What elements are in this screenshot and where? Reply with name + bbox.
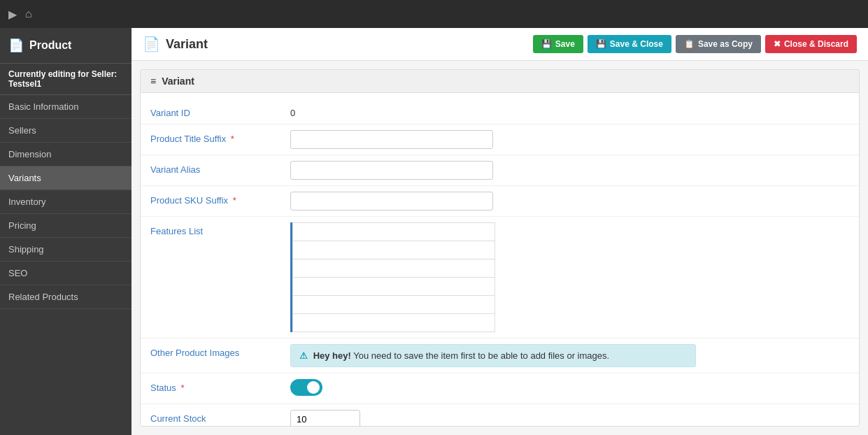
- page-title: Variant: [166, 37, 208, 52]
- variant-alias-input-container: [290, 161, 849, 180]
- features-list-input-6[interactable]: [292, 314, 495, 332]
- alert-bold-text: Hey hey!: [313, 350, 351, 361]
- sidebar-item-inventory[interactable]: Inventory: [0, 190, 131, 214]
- alert-box: ⚠ Hey hey! You need to save the item fir…: [290, 344, 696, 367]
- copy-icon: 📋: [684, 39, 695, 49]
- close-icon: ✖: [774, 39, 781, 49]
- features-list-input-4[interactable]: [292, 278, 495, 296]
- status-label: Status *: [150, 379, 290, 393]
- features-list-input-1[interactable]: [292, 222, 495, 241]
- sidebar-item-pricing[interactable]: Pricing: [0, 214, 131, 238]
- current-stock-input[interactable]: [290, 410, 360, 427]
- save-button[interactable]: 💾 Save: [533, 35, 583, 53]
- variant-id-row: Variant ID 0: [141, 99, 859, 124]
- sidebar-product-label: Product: [29, 39, 71, 52]
- save-close-icon: 💾: [596, 39, 606, 49]
- sidebar-item-basic-information[interactable]: Basic Information: [0, 95, 131, 119]
- alert-text: You need to save the item first to be ab…: [353, 350, 609, 361]
- sidebar-seller-info: Currently editing for Seller: Testsel1: [0, 64, 131, 95]
- features-list-row: Features List: [141, 217, 859, 338]
- status-toggle-container: [290, 379, 849, 398]
- required-indicator: *: [231, 134, 234, 144]
- save-close-button[interactable]: 💾 Save & Close: [588, 35, 671, 53]
- sidebar-item-dimension[interactable]: Dimension: [0, 143, 131, 166]
- product-sku-suffix-row: Product SKU Suffix *: [141, 186, 859, 217]
- close-discard-button[interactable]: ✖ Close & Discard: [765, 35, 857, 53]
- main-layout: 📄 Product Currently editing for Seller: …: [0, 28, 868, 435]
- variant-id-display: 0: [290, 104, 849, 118]
- toggle-slider: [290, 379, 322, 396]
- current-stock-input-container: [290, 410, 849, 427]
- sidebar-title: 📄 Product: [0, 28, 131, 64]
- variant-page-icon: 📄: [143, 36, 160, 52]
- features-list-inputs: [290, 222, 849, 332]
- product-sku-suffix-input-container: [290, 192, 849, 211]
- sidebar-item-seo[interactable]: SEO: [0, 262, 131, 285]
- status-row: Status *: [141, 373, 859, 404]
- sidebar-item-shipping[interactable]: Shipping: [0, 238, 131, 262]
- variant-alias-input[interactable]: [290, 161, 493, 180]
- other-product-images-label: Other Product Images: [150, 344, 290, 358]
- home-icon[interactable]: ⌂: [25, 8, 32, 20]
- product-title-suffix-label: Product Title Suffix *: [150, 130, 290, 144]
- sidebar-item-sellers[interactable]: Sellers: [0, 119, 131, 143]
- other-product-images-content: ⚠ Hey hey! You need to save the item fir…: [290, 344, 849, 367]
- top-bar: ▶ ⌂: [0, 0, 868, 28]
- features-list-input-3[interactable]: [292, 259, 495, 278]
- product-title-suffix-input-container: [290, 130, 849, 149]
- variant-id-label: Variant ID: [150, 104, 290, 118]
- section-title: Variant: [162, 76, 194, 87]
- features-list-input-2[interactable]: [292, 241, 495, 259]
- form-body: Variant ID 0 Product Title Suffix *: [141, 93, 859, 427]
- variant-id-value: 0: [290, 104, 849, 118]
- variant-alias-label: Variant Alias: [150, 161, 290, 175]
- alert-icon: ⚠: [299, 350, 308, 361]
- product-icon: 📄: [8, 38, 24, 53]
- save-copy-button[interactable]: 📋 Save as Copy: [676, 35, 761, 53]
- header-buttons: 💾 Save 💾 Save & Close 📋 Save as Copy ✖ C…: [533, 35, 857, 53]
- sidebar: 📄 Product Currently editing for Seller: …: [0, 28, 131, 435]
- current-stock-label: Current Stock: [150, 410, 290, 424]
- back-icon[interactable]: ▶: [8, 8, 17, 21]
- status-toggle[interactable]: [290, 379, 322, 396]
- content-area: 📄 Variant 💾 Save 💾 Save & Close 📋 Save a…: [131, 28, 868, 435]
- required-indicator-status: *: [180, 383, 184, 393]
- product-sku-suffix-input[interactable]: [290, 192, 493, 211]
- content-header: 📄 Variant 💾 Save 💾 Save & Close 📋 Save a…: [131, 28, 868, 61]
- other-product-images-row: Other Product Images ⚠ Hey hey! You need…: [141, 338, 859, 373]
- features-list-container: [290, 222, 849, 332]
- seller-name: Testsel1: [8, 79, 41, 89]
- sidebar-nav: Basic Information Sellers Dimension Vari…: [0, 95, 131, 309]
- sidebar-item-variants[interactable]: Variants: [0, 166, 131, 190]
- required-indicator-sku: *: [233, 195, 236, 206]
- sidebar-item-related-products[interactable]: Related Products: [0, 285, 131, 309]
- product-title-suffix-row: Product Title Suffix *: [141, 124, 859, 155]
- product-title-suffix-input[interactable]: [290, 130, 493, 149]
- product-sku-suffix-label: Product SKU Suffix *: [150, 192, 290, 206]
- page-title-container: 📄 Variant: [143, 36, 208, 52]
- save-icon: 💾: [541, 39, 552, 49]
- variant-section: ≡ Variant Variant ID 0 Product Title Suf…: [140, 69, 860, 427]
- section-icon: ≡: [150, 76, 156, 87]
- section-header: ≡ Variant: [141, 70, 859, 93]
- features-list-label: Features List: [150, 222, 290, 236]
- features-list-input-5[interactable]: [292, 296, 495, 314]
- variant-alias-row: Variant Alias: [141, 155, 859, 186]
- current-stock-row: Current Stock: [141, 404, 859, 427]
